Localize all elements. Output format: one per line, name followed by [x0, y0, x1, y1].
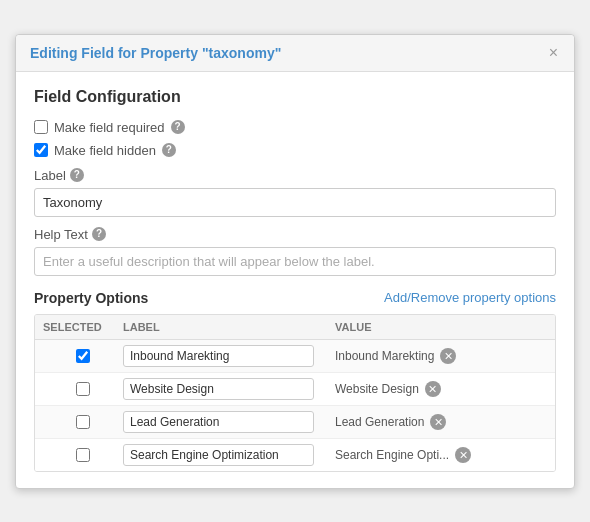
property-options-header: Property Options Add/Remove property opt… — [34, 290, 556, 306]
row-value-cell: Search Engine Opti...✕ — [335, 447, 547, 463]
label-text: Label — [34, 168, 66, 183]
help-text-input[interactable] — [34, 247, 556, 276]
table-row: Search Engine Opti...✕ — [35, 439, 555, 471]
required-checkbox[interactable] — [34, 120, 48, 134]
options-table: SELECTED LABEL VALUE Inbound Marekting✕W… — [34, 314, 556, 472]
row-value-cell: Website Design✕ — [335, 381, 547, 397]
row-checkbox[interactable] — [76, 448, 90, 462]
col-label: LABEL — [123, 321, 335, 333]
row-value-text: Lead Generation — [335, 415, 424, 429]
modal-header: Editing Field for Property "taxonomy" × — [16, 35, 574, 72]
help-text-help-icon[interactable]: ? — [92, 227, 106, 241]
row-checkbox[interactable] — [76, 349, 90, 363]
row-label-input[interactable] — [123, 345, 314, 367]
remove-icon[interactable]: ✕ — [430, 414, 446, 430]
label-input[interactable] — [34, 188, 556, 217]
row-checkbox[interactable] — [76, 415, 90, 429]
hidden-help-icon[interactable]: ? — [162, 143, 176, 157]
editing-field-modal: Editing Field for Property "taxonomy" × … — [15, 34, 575, 489]
table-row: Lead Generation✕ — [35, 406, 555, 439]
required-help-icon[interactable]: ? — [171, 120, 185, 134]
row-value-text: Search Engine Opti... — [335, 448, 449, 462]
row-value-cell: Lead Generation✕ — [335, 414, 547, 430]
modal-body: Field Configuration Make field required … — [16, 72, 574, 488]
close-button[interactable]: × — [547, 45, 560, 61]
hidden-checkbox[interactable] — [34, 143, 48, 157]
hidden-row: Make field hidden ? — [34, 143, 556, 158]
required-row: Make field required ? — [34, 120, 556, 135]
hidden-label[interactable]: Make field hidden — [54, 143, 156, 158]
col-selected: SELECTED — [43, 321, 123, 333]
modal-title: Editing Field for Property "taxonomy" — [30, 45, 281, 61]
help-text-label-text: Help Text — [34, 227, 88, 242]
help-text-label: Help Text ? — [34, 227, 556, 242]
table-row: Inbound Marekting✕ — [35, 340, 555, 373]
property-options-title: Property Options — [34, 290, 148, 306]
field-config-title: Field Configuration — [34, 88, 556, 106]
modal-title-prefix: Editing Field for Property — [30, 45, 202, 61]
row-checkbox[interactable] — [76, 382, 90, 396]
row-label-input[interactable] — [123, 411, 314, 433]
add-remove-link[interactable]: Add/Remove property options — [384, 290, 556, 305]
modal-title-property: "taxonomy" — [202, 45, 281, 61]
remove-icon[interactable]: ✕ — [455, 447, 471, 463]
options-table-header: SELECTED LABEL VALUE — [35, 315, 555, 340]
row-value-text: Inbound Marekting — [335, 349, 434, 363]
col-value: VALUE — [335, 321, 547, 333]
label-help-icon[interactable]: ? — [70, 168, 84, 182]
row-label-input[interactable] — [123, 444, 314, 466]
row-label-input[interactable] — [123, 378, 314, 400]
remove-icon[interactable]: ✕ — [440, 348, 456, 364]
required-label[interactable]: Make field required — [54, 120, 165, 135]
label-field-label: Label ? — [34, 168, 556, 183]
row-value-text: Website Design — [335, 382, 419, 396]
table-row: Website Design✕ — [35, 373, 555, 406]
row-value-cell: Inbound Marekting✕ — [335, 348, 547, 364]
remove-icon[interactable]: ✕ — [425, 381, 441, 397]
